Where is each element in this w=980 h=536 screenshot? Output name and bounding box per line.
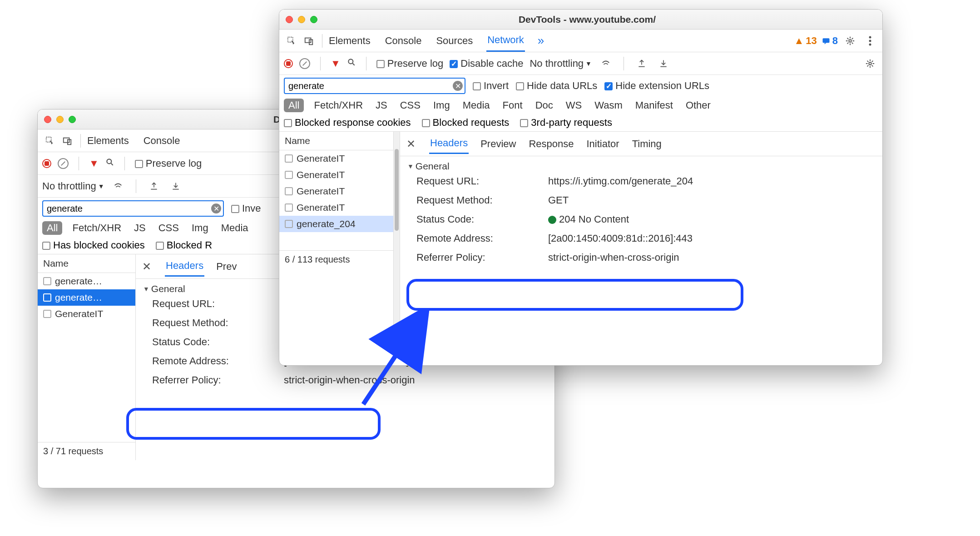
- type-css[interactable]: CSS: [156, 221, 182, 235]
- blocked-cookies-label: Blocked response cookies: [295, 117, 411, 128]
- clear-filter-icon[interactable]: ✕: [211, 203, 221, 213]
- type-css[interactable]: CSS: [397, 99, 423, 112]
- type-media[interactable]: Media: [218, 221, 251, 235]
- tab-console[interactable]: Console: [143, 130, 181, 151]
- record-button[interactable]: [284, 59, 293, 68]
- filter-icon[interactable]: ▼: [89, 158, 99, 169]
- request-count-footer: 6 / 113 requests: [279, 250, 393, 268]
- blocked-cookies-checkbox[interactable]: Has blocked cookies: [42, 239, 145, 251]
- download-icon[interactable]: [656, 56, 671, 71]
- type-img[interactable]: Img: [189, 221, 211, 235]
- hide-extension-urls-checkbox[interactable]: Hide extension URLs: [604, 80, 709, 92]
- list-item[interactable]: GenerateIT: [279, 183, 393, 199]
- messages-badge[interactable]: 8: [822, 35, 838, 47]
- third-party-checkbox[interactable]: 3rd-party requests: [520, 117, 612, 129]
- clear-button[interactable]: [58, 158, 69, 169]
- scrollbar[interactable]: [394, 132, 400, 331]
- download-icon[interactable]: [168, 179, 183, 194]
- value-label: [2a00:1450:4009:81d::2016]:443: [548, 233, 866, 244]
- invert-checkbox[interactable]: Inve: [231, 203, 261, 214]
- wifi-icon[interactable]: [598, 56, 614, 71]
- record-button[interactable]: [42, 159, 51, 168]
- list-item[interactable]: GenerateIT: [279, 167, 393, 183]
- device-toggle-icon[interactable]: [59, 133, 75, 149]
- filter-input[interactable]: [284, 78, 465, 94]
- table-row: Referrer Policy:strict-origin-when-cross…: [143, 371, 547, 390]
- type-manifest[interactable]: Manifest: [633, 99, 676, 112]
- type-media[interactable]: Media: [460, 99, 493, 112]
- list-item[interactable]: GenerateIT: [38, 306, 135, 322]
- preserve-log-checkbox[interactable]: Preserve log: [376, 58, 444, 69]
- tab-timing[interactable]: Timing: [631, 134, 663, 154]
- upload-icon[interactable]: [634, 56, 649, 71]
- close-icon[interactable]: [286, 16, 293, 23]
- svg-rect-6: [305, 38, 311, 42]
- clear-button[interactable]: [299, 58, 310, 69]
- type-ws[interactable]: WS: [563, 99, 584, 112]
- hide-data-urls-checkbox[interactable]: Hide data URLs: [516, 80, 597, 92]
- search-icon[interactable]: [347, 58, 356, 69]
- type-all[interactable]: All: [284, 99, 304, 112]
- more-tabs-icon[interactable]: »: [538, 34, 544, 48]
- tab-console[interactable]: Console: [384, 30, 423, 51]
- type-fetch[interactable]: Fetch/XHR: [69, 221, 124, 235]
- kebab-menu-icon[interactable]: [862, 33, 878, 49]
- request-label: GenerateIT: [55, 308, 103, 319]
- type-doc[interactable]: Doc: [533, 99, 556, 112]
- close-icon[interactable]: [44, 116, 51, 123]
- list-item[interactable]: generate…: [38, 289, 135, 306]
- tab-headers[interactable]: Headers: [165, 256, 204, 277]
- upload-icon[interactable]: [146, 179, 162, 194]
- wifi-icon[interactable]: [110, 179, 126, 194]
- throttling-dropdown[interactable]: No throttling ▼: [530, 58, 591, 69]
- type-fetch[interactable]: Fetch/XHR: [311, 99, 366, 112]
- type-other[interactable]: Other: [683, 99, 713, 112]
- list-item[interactable]: generate_204: [279, 216, 393, 232]
- settings-icon[interactable]: [842, 33, 858, 49]
- filter-input[interactable]: [42, 200, 224, 217]
- list-item[interactable]: generate…: [38, 273, 135, 289]
- device-toggle-icon[interactable]: [301, 33, 317, 49]
- list-item[interactable]: GenerateIT: [279, 150, 393, 167]
- titlebar: DevTools - www.youtube.com/: [279, 10, 882, 30]
- settings-icon[interactable]: [862, 56, 878, 71]
- list-item[interactable]: GenerateIT: [279, 199, 393, 216]
- section-header-general[interactable]: ▼General: [407, 161, 875, 172]
- throttling-dropdown[interactable]: No throttling ▼: [42, 180, 104, 192]
- type-js[interactable]: JS: [131, 221, 148, 235]
- close-detail-icon[interactable]: ✕: [142, 260, 151, 273]
- search-icon[interactable]: [105, 158, 114, 169]
- type-img[interactable]: Img: [431, 99, 453, 112]
- clear-filter-icon[interactable]: ✕: [453, 81, 463, 91]
- tab-headers[interactable]: Headers: [429, 134, 469, 154]
- type-js[interactable]: JS: [373, 99, 390, 112]
- scrollbar-thumb[interactable]: [395, 149, 399, 231]
- invert-checkbox[interactable]: Invert: [473, 80, 509, 92]
- doc-icon: [285, 154, 293, 163]
- tab-sources[interactable]: Sources: [435, 30, 474, 51]
- blocked-requests-checkbox[interactable]: Blocked requests: [422, 117, 510, 129]
- tab-preview[interactable]: Prev: [215, 257, 238, 276]
- warnings-badge[interactable]: ▲13: [794, 35, 817, 47]
- tab-initiator[interactable]: Initiator: [585, 134, 620, 154]
- svg-point-11: [869, 40, 871, 42]
- tab-response[interactable]: Response: [528, 134, 574, 154]
- caret-down-icon: ▼: [585, 60, 592, 67]
- type-all[interactable]: All: [42, 221, 62, 235]
- tab-elements[interactable]: Elements: [328, 30, 371, 51]
- filter-icon[interactable]: ▼: [331, 58, 341, 69]
- type-font[interactable]: Font: [500, 99, 525, 112]
- disable-cache-checkbox[interactable]: Disable cache: [450, 58, 523, 69]
- inspect-icon[interactable]: [42, 133, 58, 149]
- tab-elements[interactable]: Elements: [86, 130, 130, 151]
- preserve-log-checkbox[interactable]: Preserve log: [135, 158, 202, 169]
- close-detail-icon[interactable]: ✕: [406, 138, 416, 150]
- tab-network[interactable]: Network: [486, 30, 525, 52]
- blocked-requests-checkbox[interactable]: Blocked R: [156, 239, 212, 251]
- inspect-icon[interactable]: [284, 33, 299, 49]
- svg-rect-1: [64, 138, 69, 142]
- throttling-label: No throttling: [530, 58, 584, 69]
- type-wasm[interactable]: Wasm: [592, 99, 625, 112]
- blocked-response-cookies-checkbox[interactable]: Blocked response cookies: [284, 117, 411, 129]
- tab-preview[interactable]: Preview: [480, 134, 517, 154]
